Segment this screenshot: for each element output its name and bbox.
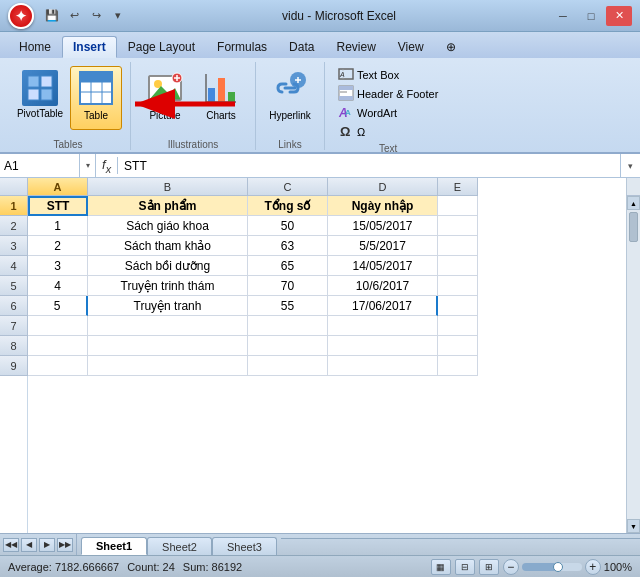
row-header-6[interactable]: 6 [0, 296, 28, 316]
col-header-C[interactable]: C [248, 178, 328, 196]
scroll-up-button[interactable]: ▲ [627, 196, 640, 210]
cell-A3[interactable]: 2 [28, 236, 88, 256]
cell-D8[interactable] [328, 336, 438, 356]
sheet-nav-next[interactable]: ▶ [39, 538, 55, 552]
cell-reference-box[interactable]: A1 [0, 154, 80, 177]
cell-B1[interactable]: Sản phẩm [88, 196, 248, 216]
scrollbar-track[interactable] [627, 210, 640, 519]
cell-D3[interactable]: 5/5/2017 [328, 236, 438, 256]
save-button[interactable]: 💾 [42, 6, 62, 26]
cell-A4[interactable]: 3 [28, 256, 88, 276]
cell-C5[interactable]: 70 [248, 276, 328, 296]
picture-button[interactable]: Picture [139, 66, 191, 130]
office-button[interactable]: ✦ [8, 3, 34, 29]
cell-ref-dropdown[interactable]: ▾ [80, 154, 96, 177]
cell-A6[interactable]: 5 [28, 296, 88, 316]
cell-E1[interactable] [438, 196, 478, 216]
tab-formulas[interactable]: Formulas [206, 36, 278, 58]
cell-C3[interactable]: 63 [248, 236, 328, 256]
scrollbar-thumb[interactable] [629, 212, 638, 242]
row-header-5[interactable]: 5 [0, 276, 28, 296]
cell-D6[interactable]: 17/06/2017 [328, 296, 438, 316]
sheet-nav-first[interactable]: ◀◀ [3, 538, 19, 552]
cell-D7[interactable] [328, 316, 438, 336]
cell-B8[interactable] [88, 336, 248, 356]
cell-A5[interactable]: 4 [28, 276, 88, 296]
tab-help[interactable]: ⊕ [435, 36, 467, 58]
col-header-E[interactable]: E [438, 178, 478, 196]
cell-E9[interactable] [438, 356, 478, 376]
tab-sheet2[interactable]: Sheet2 [147, 537, 212, 555]
undo-button[interactable]: ↩ [64, 6, 84, 26]
normal-view-button[interactable]: ▦ [431, 559, 451, 575]
tab-insert[interactable]: Insert [62, 36, 117, 58]
cell-B3[interactable]: Sách tham khảo [88, 236, 248, 256]
tab-review[interactable]: Review [325, 36, 386, 58]
cell-B6[interactable]: Truyện tranh [88, 296, 248, 316]
cell-E7[interactable] [438, 316, 478, 336]
omega-button[interactable]: Ω Ω [333, 123, 370, 141]
cell-E6[interactable] [438, 296, 478, 316]
cell-B5[interactable]: Truyện trinh thám [88, 276, 248, 296]
tab-sheet1[interactable]: Sheet1 [81, 537, 147, 555]
tab-view[interactable]: View [387, 36, 435, 58]
tab-pagelayout[interactable]: Page Layout [117, 36, 206, 58]
col-header-B[interactable]: B [88, 178, 248, 196]
minimize-button[interactable]: ─ [550, 6, 576, 26]
headerfooter-button[interactable]: Header & Footer [333, 85, 443, 103]
cell-C4[interactable]: 65 [248, 256, 328, 276]
sheet-nav-last[interactable]: ▶▶ [57, 538, 73, 552]
row-header-7[interactable]: 7 [0, 316, 28, 336]
cell-C6[interactable]: 55 [248, 296, 328, 316]
cell-E2[interactable] [438, 216, 478, 236]
formula-expand-button[interactable]: ▾ [620, 154, 640, 177]
cell-C7[interactable] [248, 316, 328, 336]
cell-C2[interactable]: 50 [248, 216, 328, 236]
pivottable-button[interactable]: PivotTable [14, 66, 66, 130]
zoom-out-button[interactable]: − [503, 559, 519, 575]
cell-E4[interactable] [438, 256, 478, 276]
cell-C8[interactable] [248, 336, 328, 356]
col-header-D[interactable]: D [328, 178, 438, 196]
textbox-button[interactable]: A Text Box [333, 66, 404, 84]
cell-B4[interactable]: Sách bồi dưỡng [88, 256, 248, 276]
zoom-thumb[interactable] [553, 562, 563, 572]
vertical-scrollbar[interactable]: ▲ ▼ [626, 196, 640, 533]
cell-E5[interactable] [438, 276, 478, 296]
tab-sheet3[interactable]: Sheet3 [212, 537, 277, 555]
cell-D5[interactable]: 10/6/2017 [328, 276, 438, 296]
cell-D4[interactable]: 14/05/2017 [328, 256, 438, 276]
qat-dropdown[interactable]: ▾ [108, 6, 128, 26]
cell-A1[interactable]: STT [28, 196, 88, 216]
redo-button[interactable]: ↪ [86, 6, 106, 26]
close-button[interactable]: ✕ [606, 6, 632, 26]
cell-C9[interactable] [248, 356, 328, 376]
cell-B2[interactable]: Sách giáo khoa [88, 216, 248, 236]
row-header-3[interactable]: 3 [0, 236, 28, 256]
cell-A2[interactable]: 1 [28, 216, 88, 236]
row-header-2[interactable]: 2 [0, 216, 28, 236]
sheet-nav-prev[interactable]: ◀ [21, 538, 37, 552]
page-break-view-button[interactable]: ⊞ [479, 559, 499, 575]
col-header-A[interactable]: A [28, 178, 88, 196]
row-header-4[interactable]: 4 [0, 256, 28, 276]
cell-A8[interactable] [28, 336, 88, 356]
wordart-button[interactable]: A A WordArt [333, 104, 402, 122]
tab-home[interactable]: Home [8, 36, 62, 58]
cell-A9[interactable] [28, 356, 88, 376]
cell-D9[interactable] [328, 356, 438, 376]
cell-E3[interactable] [438, 236, 478, 256]
table-button[interactable]: Table [70, 66, 122, 130]
zoom-in-button[interactable]: + [585, 559, 601, 575]
tab-data[interactable]: Data [278, 36, 325, 58]
cell-B7[interactable] [88, 316, 248, 336]
cell-A7[interactable] [28, 316, 88, 336]
cell-C1[interactable]: Tổng số [248, 196, 328, 216]
cell-E8[interactable] [438, 336, 478, 356]
page-layout-view-button[interactable]: ⊟ [455, 559, 475, 575]
scroll-down-button[interactable]: ▼ [627, 519, 640, 533]
cell-D1[interactable]: Ngày nhập [328, 196, 438, 216]
row-header-1[interactable]: 1 [0, 196, 28, 216]
charts-button[interactable]: Charts [195, 66, 247, 130]
row-header-9[interactable]: 9 [0, 356, 28, 376]
